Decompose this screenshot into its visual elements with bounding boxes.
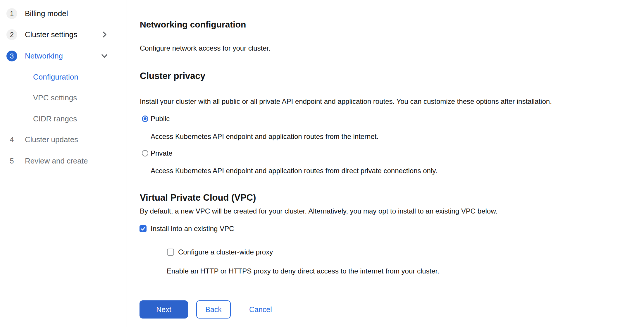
page-title: Networking configuration bbox=[140, 19, 246, 30]
public-radio-label[interactable]: Public bbox=[151, 114, 170, 124]
cluster-wide-proxy-description: Enable an HTTP or HTTPS proxy to deny di… bbox=[167, 266, 439, 276]
public-radio-description: Access Kubernetes API endpoint and appli… bbox=[151, 132, 378, 142]
cluster-wide-proxy-label[interactable]: Configure a cluster-wide proxy bbox=[178, 247, 273, 257]
vpc-description: By default, a new VPC will be created fo… bbox=[140, 206, 497, 216]
cluster-privacy-heading: Cluster privacy bbox=[140, 70, 205, 82]
install-existing-vpc-label[interactable]: Install into an existing VPC bbox=[151, 224, 234, 234]
private-radio-description: Access Kubernetes API endpoint and appli… bbox=[151, 166, 437, 176]
private-radio[interactable] bbox=[142, 150, 148, 156]
next-button[interactable]: Next bbox=[140, 300, 188, 319]
back-button[interactable]: Back bbox=[196, 300, 231, 319]
cluster-privacy-description: Install your cluster with all public or … bbox=[140, 97, 552, 106]
private-radio-label[interactable]: Private bbox=[151, 148, 173, 158]
networking-configuration-panel: Networking configuration Configure netwo… bbox=[0, 0, 644, 327]
public-radio[interactable] bbox=[142, 116, 148, 122]
page-subtitle: Configure network access for your cluste… bbox=[140, 43, 271, 53]
cluster-creation-wizard: 1 Billing model 2 Cluster settings 3 Net… bbox=[0, 0, 644, 327]
cluster-wide-proxy-checkbox[interactable] bbox=[167, 249, 174, 256]
vpc-heading: Virtual Private Cloud (VPC) bbox=[140, 192, 256, 204]
cancel-button[interactable]: Cancel bbox=[249, 300, 272, 319]
install-existing-vpc-checkbox[interactable] bbox=[140, 225, 147, 232]
check-icon bbox=[140, 226, 146, 232]
